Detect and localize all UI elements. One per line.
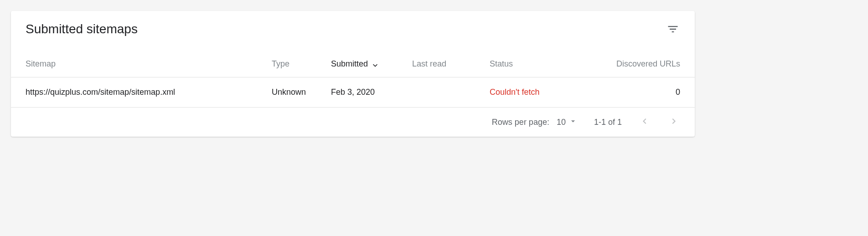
rows-per-page-value: 10	[557, 118, 566, 127]
prev-page-button[interactable]	[638, 116, 651, 128]
rows-per-page-label: Rows per page:	[492, 118, 549, 127]
column-header-sitemap[interactable]: Sitemap	[26, 59, 272, 69]
chevron-right-icon	[668, 116, 679, 129]
column-header-last-read[interactable]: Last read	[412, 59, 490, 69]
sitemaps-table: Sitemap Type Submitted Last read Status	[11, 40, 695, 137]
pagination-bar: Rows per page: 10 1-1 of 1	[11, 108, 695, 137]
table-header-row: Sitemap Type Submitted Last read Status	[11, 40, 695, 77]
rows-per-page: Rows per page: 10	[492, 117, 578, 128]
column-header-type-label: Type	[272, 59, 289, 68]
next-page-button[interactable]	[667, 116, 680, 128]
column-header-discovered-urls[interactable]: Discovered URLs	[581, 59, 680, 69]
cell-discovered-urls: 0	[581, 87, 680, 97]
column-header-discovered-urls-label: Discovered URLs	[616, 59, 680, 68]
column-header-last-read-label: Last read	[412, 59, 446, 68]
card-title: Submitted sitemaps	[26, 22, 138, 36]
cell-status: Couldn't fetch	[490, 87, 581, 97]
column-header-status-label: Status	[490, 59, 513, 68]
column-header-submitted[interactable]: Submitted	[331, 59, 412, 69]
filter-icon[interactable]	[666, 22, 680, 36]
sort-descending-icon	[371, 60, 380, 69]
column-header-status[interactable]: Status	[490, 59, 581, 69]
column-header-submitted-label: Submitted	[331, 59, 368, 69]
table-row[interactable]: https://quizplus.com/sitemap/sitemap.xml…	[11, 77, 695, 108]
column-header-type[interactable]: Type	[272, 59, 331, 69]
chevron-left-icon	[639, 116, 650, 129]
dropdown-icon	[568, 117, 578, 128]
sitemaps-card: Submitted sitemaps Sitemap Type Submitte…	[11, 11, 695, 137]
cell-sitemap: https://quizplus.com/sitemap/sitemap.xml	[26, 87, 272, 97]
pagination-range: 1-1 of 1	[594, 118, 622, 127]
page-nav	[638, 116, 680, 128]
column-header-sitemap-label: Sitemap	[26, 59, 56, 68]
cell-submitted: Feb 3, 2020	[331, 87, 412, 97]
card-header: Submitted sitemaps	[11, 11, 695, 40]
cell-type: Unknown	[272, 87, 331, 97]
rows-per-page-select[interactable]: 10	[557, 117, 578, 128]
